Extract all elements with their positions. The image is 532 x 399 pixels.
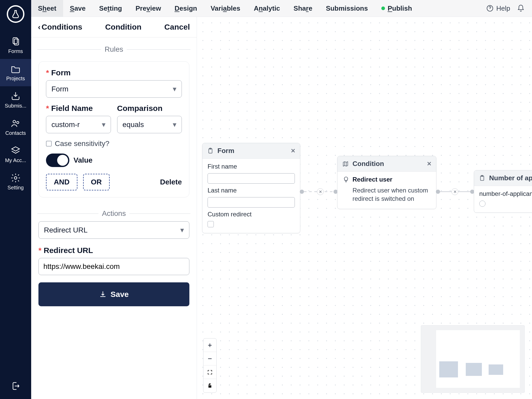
logout-icon xyxy=(10,381,21,391)
rail-item-forms[interactable]: Forms xyxy=(0,32,31,59)
chevron-down-icon: ▾ xyxy=(173,120,176,129)
first-name-label: First name xyxy=(208,163,295,170)
bell-icon[interactable] xyxy=(517,4,525,12)
help-button[interactable]: Help xyxy=(486,4,510,12)
svg-rect-1 xyxy=(14,39,19,45)
menu-publish[interactable]: Publish xyxy=(375,0,419,17)
redirect-url-label: Redirect URL xyxy=(38,246,189,255)
zoom-in-button[interactable]: + xyxy=(203,338,216,352)
menu-submissions[interactable]: Submissions xyxy=(319,0,375,17)
zoom-controls: + − xyxy=(203,338,217,393)
menu-sheet[interactable]: Sheet xyxy=(31,0,63,17)
delete-rule-button[interactable]: Delete xyxy=(160,178,182,186)
map-icon xyxy=(342,161,349,167)
rule-card: Form Form ▾ Field Name custom-r ▾ Compar… xyxy=(38,61,189,197)
rail-item-logout[interactable] xyxy=(0,376,31,399)
first-name-input[interactable] xyxy=(208,173,295,184)
save-button[interactable]: Save xyxy=(38,282,189,306)
chevron-down-icon: ▾ xyxy=(102,120,105,129)
field-name-select[interactable]: custom-r ▾ xyxy=(46,116,111,133)
applicants-field-label: number-of-applican xyxy=(479,190,532,197)
menu-setting[interactable]: Setting xyxy=(92,0,129,17)
flow-canvas[interactable]: Form ✕ First name Last name Custom redir… xyxy=(197,17,532,399)
last-name-label: Last name xyxy=(208,187,295,194)
form-label: Form xyxy=(46,68,182,77)
save-icon xyxy=(99,290,107,298)
rail-item-projects[interactable]: Projects xyxy=(0,59,31,86)
menu-variables[interactable]: Variables xyxy=(204,0,247,17)
menu-analytic[interactable]: Analytic xyxy=(247,0,287,17)
panel-title: Condition xyxy=(105,23,142,31)
projects-icon xyxy=(10,64,21,74)
and-button[interactable]: AND xyxy=(46,174,77,190)
svg-point-4 xyxy=(14,177,17,179)
value-toggle[interactable] xyxy=(46,154,69,167)
menu-share[interactable]: Share xyxy=(287,0,319,17)
svg-point-3 xyxy=(17,122,19,124)
rules-section-label: Rules xyxy=(37,45,190,54)
rail-item-setting[interactable]: Setting xyxy=(0,168,31,195)
gear-icon xyxy=(10,173,21,183)
clipboard-icon xyxy=(479,175,486,182)
redirect-url-input[interactable] xyxy=(38,258,189,275)
condition-panel: ‹ Conditions Condition Cancel Rules Form… xyxy=(31,17,197,399)
case-sensitivity-checkbox[interactable] xyxy=(46,141,52,147)
close-icon[interactable]: ✕ xyxy=(291,148,295,154)
lightbulb-icon xyxy=(343,176,349,183)
actions-section-label: Actions xyxy=(37,209,190,218)
case-sensitivity-label: Case sensitivity? xyxy=(55,139,109,148)
port-out-condition[interactable] xyxy=(436,190,440,194)
forms-icon xyxy=(10,36,21,47)
applicants-radio[interactable] xyxy=(479,201,486,207)
svg-rect-0 xyxy=(13,38,17,44)
node-condition[interactable]: Condition ✕ Redirect user Redirect user … xyxy=(337,156,436,209)
flask-icon xyxy=(11,9,20,19)
menu-save[interactable]: Save xyxy=(63,0,92,17)
layers-icon xyxy=(10,145,21,156)
back-to-conditions[interactable]: ‹ Conditions xyxy=(38,23,82,31)
fullscreen-icon xyxy=(207,369,213,375)
connector-delete-1[interactable]: ✕ xyxy=(317,188,324,195)
publish-status-dot xyxy=(381,6,385,10)
help-icon xyxy=(486,4,494,12)
menu-design[interactable]: Design xyxy=(168,0,204,17)
custom-redirect-checkbox[interactable] xyxy=(208,221,214,227)
value-toggle-label: Value xyxy=(74,156,92,164)
clipboard-icon xyxy=(207,148,214,154)
left-rail: Forms Projects Submis... Contacts My Acc… xyxy=(0,0,31,399)
action-type-select[interactable]: Redirect URL ▾ xyxy=(38,221,189,239)
chevron-left-icon: ‹ xyxy=(38,23,41,31)
contacts-icon xyxy=(10,118,21,129)
form-select[interactable]: Form ▾ xyxy=(46,80,182,98)
close-icon[interactable]: ✕ xyxy=(427,161,431,167)
rail-item-submissions[interactable]: Submis... xyxy=(0,86,31,114)
comparison-select[interactable]: equals ▾ xyxy=(117,116,182,133)
rail-item-contacts[interactable]: Contacts xyxy=(0,114,31,141)
rail-item-account[interactable]: My Acc... xyxy=(0,141,31,168)
chevron-down-icon: ▾ xyxy=(173,85,176,93)
lock-toggle-button[interactable] xyxy=(203,379,216,393)
port-out-form[interactable] xyxy=(300,190,304,194)
inbox-icon xyxy=(10,91,21,101)
condition-description: Redirect user when custom redirect is sw… xyxy=(343,186,431,203)
zoom-out-button[interactable]: − xyxy=(203,352,216,365)
comparison-label: Comparison xyxy=(117,104,182,113)
svg-point-2 xyxy=(13,120,16,123)
or-button[interactable]: OR xyxy=(83,174,110,190)
minimap[interactable] xyxy=(421,325,525,393)
app-logo xyxy=(7,5,24,23)
main-area: Sheet Save Setting Preview Design Variab… xyxy=(31,0,532,399)
node-applicants[interactable]: Number of appl number-of-applican xyxy=(474,170,532,213)
node-form[interactable]: Form ✕ First name Last name Custom redir… xyxy=(202,143,300,233)
custom-redirect-label: Custom redirect xyxy=(208,211,295,218)
cancel-button[interactable]: Cancel xyxy=(164,23,190,31)
fit-view-button[interactable] xyxy=(203,365,216,379)
chevron-down-icon: ▾ xyxy=(180,226,184,234)
connector-delete-2[interactable]: ✕ xyxy=(451,188,458,195)
unlock-icon xyxy=(207,383,213,389)
menu-preview[interactable]: Preview xyxy=(129,0,168,17)
field-name-label: Field Name xyxy=(46,104,111,113)
top-menubar: Sheet Save Setting Preview Design Variab… xyxy=(31,0,532,17)
last-name-input[interactable] xyxy=(208,197,295,208)
content-split: ‹ Conditions Condition Cancel Rules Form… xyxy=(31,17,532,399)
